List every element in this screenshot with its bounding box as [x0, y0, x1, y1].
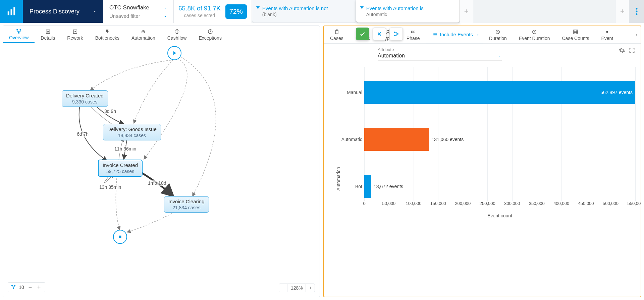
svg-rect-36 [574, 30, 578, 34]
svg-point-10 [47, 31, 49, 32]
zoom-out-button[interactable]: − [279, 284, 287, 292]
tab-label: Event Duration [519, 36, 550, 41]
svg-rect-16 [119, 236, 121, 238]
process-diagram-canvas[interactable]: Delivery Created 9,330 cases Delivery: G… [3, 43, 320, 297]
start-node[interactable] [167, 46, 181, 60]
svg-point-39 [394, 35, 395, 36]
tab-cases[interactable]: Cases [324, 26, 350, 43]
tab-label: Include Events [440, 32, 473, 37]
tab-event-duration[interactable]: Event Duration [513, 26, 556, 43]
svg-rect-2 [13, 7, 15, 15]
gear-icon [619, 47, 625, 54]
app-logo[interactable] [0, 0, 23, 23]
tab-details[interactable]: Details [35, 26, 61, 43]
process-node[interactable]: Invoice Clearing 21,834 cases [164, 196, 209, 213]
tab-label: Phase [407, 36, 420, 41]
apply-button[interactable] [356, 28, 369, 40]
chip-subtitle: Automatic [366, 12, 455, 17]
fullscreen-button[interactable] [629, 47, 635, 55]
add-panel-button[interactable]: + [616, 0, 629, 23]
tab-include-events[interactable]: Include Events [426, 26, 483, 44]
bar[interactable]: 562,897 events [364, 81, 635, 104]
level-plus-button[interactable]: + [36, 284, 42, 291]
tab-case-counts[interactable]: Case Counts [556, 26, 595, 43]
branch-button[interactable] [389, 28, 403, 40]
tab-automation[interactable]: Automation [125, 26, 161, 43]
node-count: 59,725 cases [103, 169, 138, 174]
filter-chip[interactable]: Events with Automation is not(blank) [252, 0, 356, 23]
x-tick: 500,000 [603, 201, 619, 206]
end-node[interactable] [113, 230, 127, 244]
bar-row: Bot 13,672 events [364, 175, 403, 198]
edge-label: 3d 9h [104, 109, 117, 114]
process-node[interactable]: Delivery Created 9,330 cases [62, 90, 108, 107]
tabs-scroll-right-button[interactable] [632, 26, 641, 43]
tab-exceptions[interactable]: Exceptions [193, 26, 227, 43]
chevron-down-icon [163, 6, 167, 10]
x-tick: 300,000 [504, 201, 520, 206]
svg-rect-29 [434, 33, 437, 33]
more-menu-button[interactable] [629, 0, 644, 23]
x-tick: 50,000 [382, 201, 396, 206]
svg-rect-28 [433, 33, 434, 33]
process-node[interactable]: Delivery: Goods Issue 18,834 cases [103, 124, 161, 140]
bar[interactable] [364, 128, 429, 151]
tab-overview[interactable]: Overview [3, 26, 35, 43]
exceptions-icon [207, 29, 213, 35]
tab-duration[interactable]: Duration [483, 26, 513, 43]
play-icon [171, 50, 177, 56]
svg-rect-26 [411, 31, 413, 33]
level-minus-button[interactable]: − [27, 284, 34, 291]
bar-value-label: 13,672 events [374, 184, 403, 189]
tab-label: Details [41, 35, 55, 41]
bar-row: Automatic 131,060 events [364, 128, 464, 151]
svg-point-4 [636, 11, 638, 12]
zoom-value: 128% [288, 284, 306, 292]
tab-icon [573, 29, 578, 35]
level-value: 10 [18, 285, 25, 290]
check-icon [359, 31, 366, 37]
attribute-selector[interactable]: Attribute Automation [378, 47, 502, 60]
zoom-in-button[interactable]: + [307, 284, 315, 292]
chevron-right-icon [635, 33, 638, 37]
tab-icon [495, 29, 500, 35]
node-count: 9,330 cases [66, 99, 104, 104]
tab-cashflow[interactable]: Cashflow [161, 26, 193, 43]
data-source-selector[interactable]: OTC Snowflake Unsaved filter [103, 0, 174, 23]
svg-point-5 [636, 13, 638, 15]
svg-rect-7 [20, 29, 21, 30]
settings-button[interactable] [619, 47, 625, 55]
diagram-edges [3, 43, 320, 297]
nav-title-dropdown[interactable]: Process Discovery [23, 0, 103, 23]
svg-rect-32 [433, 36, 434, 36]
details-icon [45, 29, 51, 35]
filter-chip[interactable]: Events with Automation isAutomatic [356, 0, 460, 23]
tab-icon [604, 29, 610, 35]
process-node[interactable]: Invoice Created 59,725 cases [98, 160, 143, 177]
tab-label: Rework [67, 35, 83, 41]
tab-icon [334, 29, 339, 35]
nav-title-label: Process Discovery [30, 8, 79, 15]
tab-event[interactable]: Event [595, 26, 619, 43]
bar[interactable] [364, 175, 371, 198]
x-tick: 150,000 [430, 201, 446, 206]
cases-selected-block: 65.8K of 91.7K cases selected 72% [174, 0, 252, 23]
tab-rework[interactable]: Rework [61, 26, 89, 43]
svg-rect-17 [11, 285, 13, 286]
cases-count: 65.8K of 91.7K [178, 5, 221, 12]
cancel-button[interactable] [373, 28, 386, 40]
x-tick: 200,000 [455, 201, 471, 206]
tab-phase[interactable]: Phase [400, 26, 426, 43]
add-filter-chip-button[interactable]: + [460, 0, 473, 23]
close-icon [376, 31, 382, 37]
svg-rect-33 [434, 36, 437, 36]
chip-subtitle: (blank) [262, 12, 351, 17]
node-count: 18,834 cases [107, 133, 157, 138]
edge-label: 6d 7h [76, 131, 89, 137]
process-diagram-panel: OverviewDetailsReworkBottlenecksAutomati… [3, 26, 320, 297]
svg-rect-27 [414, 31, 415, 33]
bar-value-label: 562,897 events [600, 90, 633, 95]
svg-rect-19 [13, 288, 14, 289]
attribute-label: Attribute [378, 47, 502, 52]
tab-bottlenecks[interactable]: Bottlenecks [89, 26, 125, 43]
